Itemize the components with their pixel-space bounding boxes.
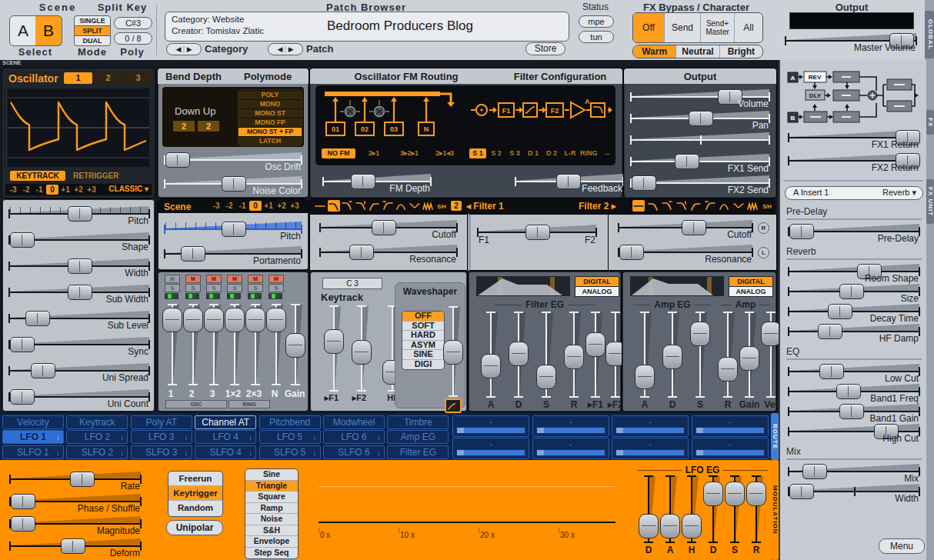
osc-type-select[interactable]: CLASSIC ▾: [104, 185, 148, 193]
rate-slider[interactable]: Rate: [9, 468, 142, 492]
polymode-mono-fp[interactable]: MONO FP: [239, 118, 302, 127]
single-mode-button[interactable]: SINGLE: [74, 15, 111, 26]
analog-mode-button-aeg-panel[interactable]: ANALOG: [729, 286, 773, 297]
filter1-type-notch-icon[interactable]: [409, 200, 421, 212]
mod-cell-down-icon[interactable]: ↓: [120, 446, 125, 458]
mixer-mute-1-2[interactable]: M: [227, 275, 242, 283]
slider-handle[interactable]: [165, 152, 190, 168]
slider-handle[interactable]: [525, 225, 550, 240]
analog-mode-button-feg-panel[interactable]: ANALOG: [575, 286, 619, 297]
filter-config-option-l-r[interactable]: L-R: [562, 148, 579, 158]
slider-handle[interactable]: [25, 311, 50, 326]
slider-handle[interactable]: [828, 304, 852, 319]
cutoff-slider[interactable]: Cutoff: [618, 216, 753, 241]
mod-cell-down-icon[interactable]: ↓: [249, 431, 253, 443]
lfo-shape-ramp[interactable]: Ramp: [245, 502, 298, 514]
filter2-type-lp-icon[interactable]: [647, 200, 659, 212]
a-vslider[interactable]: [635, 312, 655, 398]
uni-spread-slider[interactable]: Uni Spread: [8, 359, 150, 384]
filter2-type-comb-icon[interactable]: [746, 200, 759, 212]
deform-slider[interactable]: Deform: [9, 535, 142, 559]
slider-handle[interactable]: [70, 472, 95, 487]
s-vslider[interactable]: [690, 312, 710, 398]
all-fx-bypass-button[interactable]: All: [734, 13, 762, 42]
waveshaper-type-sine[interactable]: SINE: [402, 349, 444, 359]
slider-handle[interactable]: [703, 482, 723, 506]
slider-handle[interactable]: [789, 484, 814, 499]
mod-cell-channel-at[interactable]: Channel AT: [195, 415, 256, 429]
r-vslider[interactable]: [564, 312, 584, 398]
portamento-slider[interactable]: Portamento: [164, 242, 302, 267]
slider-handle[interactable]: [536, 365, 556, 389]
waveshaper-type-hard[interactable]: HARD: [402, 330, 444, 340]
hf-damp-slider[interactable]: HF Damp: [788, 320, 920, 345]
n-vslider[interactable]: [266, 304, 286, 385]
tab-global[interactable]: GLOBAL: [925, 11, 934, 58]
slider-handle[interactable]: [682, 220, 706, 235]
mod-cell-down-icon[interactable]: ↓: [312, 431, 317, 443]
filter1-type-sh-icon[interactable]: S/H: [435, 200, 448, 212]
slider-handle[interactable]: [10, 389, 35, 405]
mod-depth-bar[interactable]: [615, 427, 685, 434]
mod-cell-down-icon[interactable]: ↓: [56, 431, 61, 443]
filter1-type-hp-icon[interactable]: [368, 200, 380, 212]
fm-routing-option-no-fm[interactable]: NO FM: [322, 148, 355, 158]
pitch-slider[interactable]: Pitch: [8, 202, 150, 227]
send-fx-bypass-button[interactable]: Send: [664, 13, 700, 42]
d-vslider[interactable]: [703, 475, 723, 543]
1-2-vslider[interactable]: [225, 304, 245, 385]
mod-cell-keytrack[interactable]: Keytrack: [66, 415, 128, 429]
lfo-shape-step-seq[interactable]: Step Seq: [245, 547, 298, 558]
mod-cell-down-icon[interactable]: ↓: [377, 446, 382, 458]
slider-handle[interactable]: [349, 245, 374, 260]
slider-handle[interactable]: [266, 308, 286, 332]
slider-handle[interactable]: [619, 245, 644, 260]
filter2-type-lp4-icon[interactable]: [661, 200, 673, 212]
slider-handle[interactable]: [662, 345, 682, 369]
keytrack-value-display[interactable]: C 3: [322, 278, 382, 289]
noise-color-slider[interactable]: Noise Color: [164, 172, 302, 197]
mod-depth-bar[interactable]: [456, 427, 525, 434]
mod-cell-down-icon[interactable]: ↓: [312, 446, 317, 458]
sub-width-slider[interactable]: Sub Width: [8, 281, 150, 305]
scene-octave-2[interactable]: +2: [275, 201, 288, 211]
slider-handle[interactable]: [11, 516, 35, 532]
mod-slot-cell[interactable]: -: [612, 415, 689, 437]
mod-cell-filter-eg[interactable]: Filter EG: [387, 445, 449, 459]
mixer-mute-2-3[interactable]: M: [248, 275, 263, 283]
mod-cell-lfo-1[interactable]: LFO 1↓: [2, 430, 64, 444]
pre-delay-slider[interactable]: Pre-Delay: [788, 220, 920, 245]
osc-octave-1[interactable]: -1: [33, 185, 45, 195]
slider-handle[interactable]: [585, 332, 605, 357]
lfo-unipolar-button[interactable]: Unipolar: [166, 520, 223, 535]
3-vslider[interactable]: [204, 304, 224, 385]
2-3-vslider[interactable]: [245, 304, 265, 385]
slider-handle[interactable]: [352, 340, 372, 365]
osc-octave-3[interactable]: +3: [85, 185, 98, 195]
filter-config-option-ring[interactable]: RING: [580, 148, 597, 158]
filter2-type-sh-icon[interactable]: S/H: [761, 200, 773, 212]
slider-handle[interactable]: [162, 308, 182, 332]
osc-octave-3[interactable]: -3: [7, 185, 19, 195]
scene-octave-2[interactable]: -2: [223, 201, 235, 211]
mixer-mute-n[interactable]: M: [269, 275, 284, 283]
r-vslider[interactable]: [718, 312, 738, 398]
filter2-r-badge[interactable]: R: [758, 222, 769, 234]
slider-handle[interactable]: [372, 220, 396, 235]
mod-cell-lfo-5[interactable]: LFO 5↓: [259, 430, 321, 444]
warm-character-button[interactable]: Warm: [633, 45, 675, 58]
polymode-mono-st-fp[interactable]: MONO ST + FP: [239, 127, 302, 136]
lfo-shape-noise[interactable]: Noise: [245, 513, 298, 525]
filter1-type-lpL-icon[interactable]: [355, 200, 367, 212]
mod-cell-slfo-6[interactable]: SLFO 6↓: [323, 445, 385, 459]
mod-cell-slfo-5[interactable]: SLFO 5↓: [259, 445, 321, 459]
lfo-trigger-keytrigger[interactable]: Keytrigger: [168, 485, 222, 500]
send-master-fx-bypass-button[interactable]: Send+ Master: [700, 13, 734, 42]
filter2-type-hp4-icon[interactable]: [704, 200, 716, 212]
slider-handle[interactable]: [682, 514, 702, 538]
slider-handle[interactable]: [225, 308, 245, 332]
mod-cell-slfo-1[interactable]: SLFO 1↓: [2, 445, 64, 459]
scene-octave-1[interactable]: +1: [262, 201, 275, 211]
slider-handle[interactable]: [68, 285, 92, 300]
mod-cell-velocity[interactable]: Velocity: [2, 415, 64, 429]
